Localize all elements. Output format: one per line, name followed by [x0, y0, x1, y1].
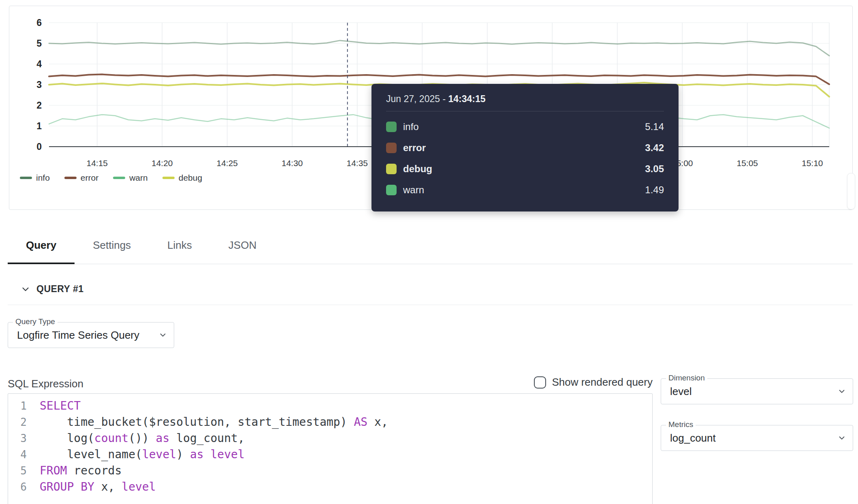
code-line: 2 time_bucket($resolution, start_timesta…	[8, 414, 652, 430]
svg-text:4: 4	[36, 59, 42, 69]
tab-bar: Query Settings Links JSON	[8, 227, 853, 264]
sql-expression-label: SQL Expression	[8, 378, 83, 390]
svg-text:3: 3	[36, 79, 42, 90]
legend-item-debug[interactable]: debug	[162, 173, 202, 183]
code-line: 5FROM records	[8, 463, 652, 479]
tab-links-label: Links	[167, 239, 192, 252]
tooltip-series-label: error	[403, 142, 645, 154]
chart-legend: infoerrorwarndebug	[20, 173, 202, 183]
metrics-label: Metrics	[666, 420, 696, 429]
tab-json-label: JSON	[228, 239, 256, 252]
svg-text:14:20: 14:20	[152, 158, 173, 168]
code-text: SELECT	[32, 398, 81, 414]
tab-links[interactable]: Links	[149, 227, 210, 264]
show-rendered-query-checkbox[interactable]	[534, 376, 546, 389]
dimension-select[interactable]: Dimension level	[661, 378, 853, 404]
code-text: log(count()) as log_count,	[32, 430, 245, 446]
tooltip-row-info: info5.14	[386, 116, 664, 137]
svg-text:0: 0	[36, 141, 42, 152]
legend-swatch	[113, 177, 125, 179]
chart-tooltip: Jun 27, 2025 - 14:34:15 info5.14error3.4…	[371, 84, 679, 211]
svg-text:6: 6	[36, 17, 42, 28]
legend-swatch	[162, 177, 175, 179]
svg-text:2: 2	[36, 100, 42, 111]
svg-text:14:15: 14:15	[86, 158, 108, 168]
query-type-value: Logfire Time Series Query	[8, 322, 174, 348]
svg-text:14:30: 14:30	[282, 158, 303, 168]
tooltip-row-warn: warn1.49	[386, 179, 664, 201]
code-text: time_bucket($resolution, start_timestamp…	[32, 414, 388, 430]
tab-settings[interactable]: Settings	[75, 227, 149, 264]
code-line: 3 log(count()) as log_count,	[8, 430, 652, 446]
legend-swatch	[64, 177, 77, 179]
tooltip-series-label: info	[403, 121, 645, 132]
code-line: 6GROUP BY x, level	[8, 479, 652, 495]
line-number: 4	[8, 446, 32, 463]
dimension-label: Dimension	[666, 374, 707, 382]
line-number: 1	[8, 398, 32, 414]
legend-item-error[interactable]: error	[64, 173, 98, 183]
legend-item-warn[interactable]: warn	[113, 173, 148, 183]
tooltip-row-debug: debug3.05	[386, 158, 664, 179]
query-type-select[interactable]: Query Type Logfire Time Series Query	[8, 322, 174, 348]
dimension-value: level	[661, 379, 853, 404]
query-section-title: QUERY #1	[36, 284, 84, 295]
legend-item-info[interactable]: info	[20, 173, 50, 183]
chevron-down-icon	[158, 331, 167, 340]
tooltip-swatch	[386, 122, 397, 132]
tooltip-swatch	[386, 164, 397, 174]
code-line: 4 level_name(level) as level	[8, 446, 652, 463]
svg-text:5: 5	[36, 38, 42, 49]
metrics-value: log_count	[661, 425, 853, 451]
tab-query[interactable]: Query	[8, 227, 75, 264]
line-number: 2	[8, 414, 32, 430]
chevron-down-icon	[837, 387, 846, 396]
scrollbar-thumb[interactable]	[847, 173, 855, 209]
sql-code: 1SELECT2 time_bucket($resolution, start_…	[8, 398, 652, 495]
divider	[8, 305, 853, 305]
tooltip-series-value: 3.42	[645, 142, 664, 154]
tooltip-row-error: error3.42	[386, 137, 664, 158]
svg-text:14:25: 14:25	[216, 158, 238, 168]
legend-label: info	[36, 173, 50, 183]
show-rendered-query-label: Show rendered query	[552, 376, 653, 389]
sql-editor[interactable]: 1SELECT2 time_bucket($resolution, start_…	[8, 393, 653, 504]
tooltip-series-label: warn	[403, 184, 645, 196]
show-rendered-query-toggle: Show rendered query	[534, 376, 653, 389]
tooltip-swatch	[386, 143, 397, 153]
svg-text:15:05: 15:05	[736, 158, 758, 168]
tab-json[interactable]: JSON	[210, 227, 275, 264]
line-number: 5	[8, 463, 32, 479]
query-section-toggle[interactable]: QUERY #1	[20, 284, 84, 295]
tooltip-series-value: 5.14	[645, 121, 664, 132]
line-number: 3	[8, 430, 32, 446]
chevron-down-icon	[837, 434, 846, 442]
metrics-select[interactable]: Metrics log_count	[661, 425, 853, 451]
code-line: 1SELECT	[8, 398, 652, 414]
query-type-label: Query Type	[13, 317, 58, 326]
svg-text:14:35: 14:35	[346, 158, 368, 168]
active-tab-underline	[8, 263, 75, 264]
tooltip-series-value: 3.05	[645, 163, 664, 175]
tooltip-series-value: 1.49	[645, 184, 664, 196]
tooltip-time: 14:34:15	[448, 94, 485, 104]
tooltip-rows: info5.14error3.42debug3.05warn1.49	[386, 116, 664, 201]
code-text: FROM records	[32, 463, 122, 479]
code-text: level_name(level) as level	[32, 446, 245, 463]
legend-swatch	[20, 177, 32, 179]
legend-label: error	[81, 173, 98, 183]
tooltip-timestamp: Jun 27, 2025 - 14:34:15	[386, 94, 664, 111]
line-number: 6	[8, 479, 32, 495]
svg-text:15:10: 15:10	[802, 158, 823, 168]
legend-label: debug	[179, 173, 202, 183]
legend-label: warn	[129, 173, 148, 183]
tooltip-date: Jun 27, 2025 -	[386, 94, 448, 104]
page: 14:1514:2014:2514:3014:3514:4014:4514:50…	[0, 0, 858, 504]
tab-query-label: Query	[26, 239, 56, 252]
tooltip-series-label: debug	[403, 163, 645, 175]
code-text: GROUP BY x, level	[32, 479, 156, 495]
svg-text:1: 1	[36, 121, 42, 131]
tab-settings-label: Settings	[93, 239, 131, 252]
tooltip-swatch	[386, 185, 397, 195]
chevron-down-icon	[20, 284, 31, 295]
